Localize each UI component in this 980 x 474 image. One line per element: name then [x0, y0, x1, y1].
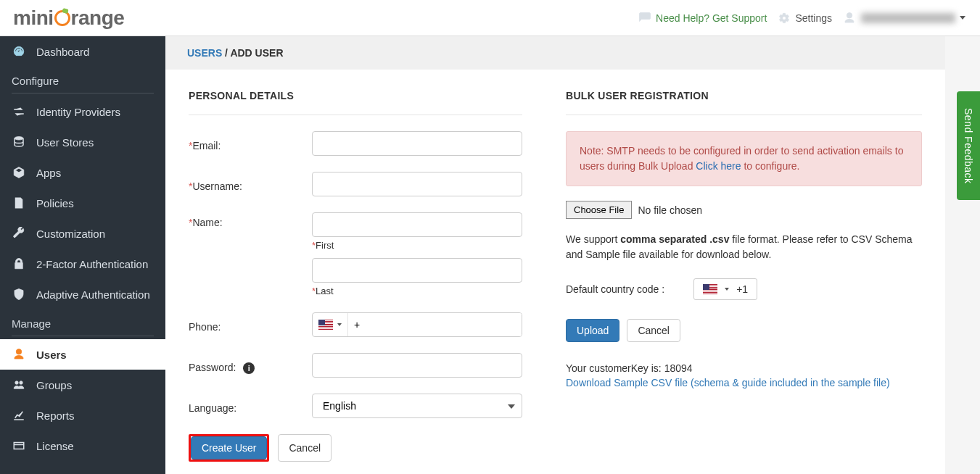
sidebar-item-policies[interactable]: Policies [0, 188, 165, 218]
last-name-field[interactable] [312, 258, 522, 283]
flag-us-icon [318, 320, 333, 330]
customer-key-text: Your customerKey is: 18094 [566, 362, 922, 374]
user-name-redacted [861, 13, 955, 23]
alert-text: to configure. [741, 160, 800, 172]
section-title: PERSONAL DETAILS [189, 90, 522, 101]
shield-icon [12, 287, 26, 302]
upload-button[interactable]: Upload [566, 319, 619, 342]
sidebar-item-label: Dashboard [36, 46, 89, 58]
form-row-phone: Phone: [189, 312, 522, 337]
create-user-button[interactable]: Create User [191, 436, 267, 460]
box-icon [12, 165, 26, 180]
sidebar-item-label: User Stores [36, 136, 94, 149]
sidebar-item-label: License [36, 440, 74, 452]
sidebar-item-label: Customization [36, 228, 105, 240]
phone-label: Phone: [189, 317, 312, 333]
sidebar-item-adaptive-auth[interactable]: Adaptive Authentication [0, 279, 165, 309]
username-field[interactable] [312, 172, 522, 196]
breadcrumb-sep: / [222, 47, 230, 59]
create-user-highlight: Create User [189, 434, 269, 462]
sidebar-item-customization[interactable]: Customization [0, 218, 165, 249]
email-field[interactable] [312, 131, 522, 156]
password-label: Password: i [189, 357, 312, 374]
language-select[interactable]: English [312, 394, 522, 418]
chat-icon [638, 11, 652, 25]
breadcrumb-current: ADD USER [230, 47, 283, 59]
divider [566, 115, 922, 115]
lock-icon [12, 257, 26, 271]
sidebar-item-label: Policies [36, 197, 74, 209]
form-row-password: Password: i [189, 353, 522, 378]
gear-icon [777, 11, 791, 25]
bulk-registration-section: BULK USER REGISTRATION Note: SMTP needs … [566, 90, 922, 462]
phone-field[interactable] [348, 313, 522, 336]
sidebar-item-2fa[interactable]: 2-Factor Authentication [0, 249, 165, 279]
phone-field-wrap [312, 312, 522, 337]
bulk-actions: Upload Cancel [566, 319, 922, 342]
main-area: USERS / ADD USER PERSONAL DETAILS *Email… [165, 36, 945, 474]
first-sub-label: *First [312, 240, 522, 251]
sidebar-item-dashboard[interactable]: Dashboard [0, 36, 165, 67]
chevron-down-icon [337, 323, 342, 326]
sidebar-item-label: Users [36, 349, 67, 361]
customer-key-value: 18094 [664, 362, 693, 374]
choose-file-button[interactable]: Choose File [566, 201, 632, 219]
sidebar-item-label: Apps [36, 167, 61, 179]
csv-support-text: We support comma separated .csv file for… [566, 232, 922, 262]
logo-text-1: mini [13, 7, 54, 30]
sidebar-item-label: Reports [36, 409, 75, 422]
sidebar-item-license[interactable]: License [0, 431, 165, 461]
first-name-field[interactable] [312, 212, 522, 237]
sidebar-item-users[interactable]: Users [0, 339, 165, 370]
divider [189, 115, 522, 115]
form-row-name: *Name: *First *Last [189, 212, 522, 296]
wrench-icon [12, 226, 26, 241]
file-upload-row: Choose File No file chosen [566, 201, 922, 219]
section-title: BULK USER REGISTRATION [566, 90, 922, 101]
email-label: *Email: [189, 136, 312, 151]
user-icon [12, 347, 26, 362]
sidebar-item-user-stores[interactable]: User Stores [0, 127, 165, 157]
brand-logo[interactable]: minirange [13, 7, 124, 30]
sidebar-heading-manage: Manage [0, 309, 165, 336]
settings-label: Settings [795, 12, 832, 24]
send-feedback-tab[interactable]: Send Feedback [957, 91, 980, 200]
breadcrumb-users-link[interactable]: USERS [187, 47, 222, 59]
cancel-button[interactable]: Cancel [278, 434, 332, 462]
info-icon[interactable]: i [243, 362, 255, 374]
users-icon [12, 378, 26, 392]
chevron-down-icon [725, 288, 729, 291]
chart-icon [12, 408, 26, 423]
form-row-email: *Email: [189, 131, 522, 156]
breadcrumb: USERS / ADD USER [165, 36, 945, 70]
user-menu[interactable] [842, 11, 965, 25]
bulk-cancel-button[interactable]: Cancel [627, 319, 680, 342]
cc-value: +1 [736, 283, 748, 295]
sidebar-item-groups[interactable]: Groups [0, 370, 165, 400]
language-label: Language: [189, 398, 312, 414]
sidebar-item-label: Adaptive Authentication [36, 288, 150, 301]
chevron-down-icon [960, 16, 965, 20]
logo-o-icon [54, 7, 71, 30]
document-icon [12, 196, 26, 210]
last-sub-label: *Last [312, 286, 522, 296]
sidebar-item-reports[interactable]: Reports [0, 400, 165, 431]
sidebar-item-label: Identity Providers [36, 106, 120, 118]
sidebar-item-identity-providers[interactable]: Identity Providers [0, 96, 165, 127]
dashboard-icon [12, 44, 26, 59]
phone-country-selector[interactable] [313, 313, 348, 336]
divider [12, 93, 154, 93]
help-support-link[interactable]: Need Help? Get Support [638, 11, 767, 25]
settings-link[interactable]: Settings [777, 11, 832, 25]
country-code-selector[interactable]: +1 [693, 278, 757, 300]
sidebar-item-apps[interactable]: Apps [0, 157, 165, 188]
password-field[interactable] [312, 353, 522, 378]
swap-icon [12, 104, 26, 119]
download-sample-csv-link[interactable]: Download Sample CSV file (schema & guide… [566, 377, 890, 388]
sidebar: Dashboard Configure Identity Providers U… [0, 36, 165, 474]
sidebar-item-label: 2-Factor Authentication [36, 258, 148, 270]
form-row-username: *Username: [189, 172, 522, 196]
configure-smtp-link[interactable]: Click here [696, 160, 741, 172]
help-label: Need Help? Get Support [656, 12, 767, 24]
database-icon [12, 135, 26, 149]
